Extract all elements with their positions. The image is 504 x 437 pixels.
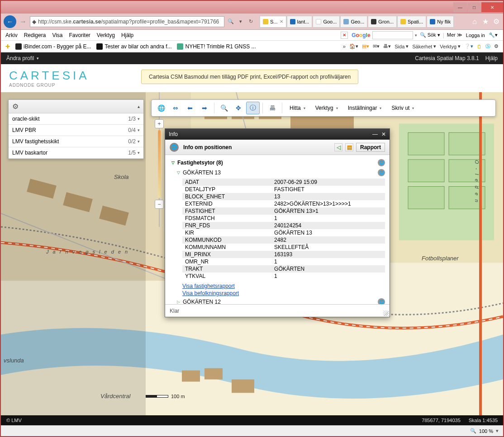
tab-geo[interactable]: Geo... <box>340 16 367 28</box>
window-close-button[interactable]: ✕ <box>481 2 503 12</box>
attribute-row: TRAKTGÖKÄRTEN <box>182 265 385 273</box>
link-fastighetsrapport[interactable]: Visa fastighetsrapport <box>182 282 385 290</box>
tab-spatialmap[interactable]: S...✕ <box>260 16 286 28</box>
layer-row-baskartor[interactable]: LMV baskartor1/5▾ <box>9 147 143 159</box>
status-text: Klar <box>170 308 179 314</box>
home-icon[interactable]: ⌂ <box>471 18 479 26</box>
tab-strip: S...✕ lant... Goo... Geo... Gron... Spat… <box>260 16 469 28</box>
refresh-icon[interactable]: ↻ <box>246 17 255 26</box>
layer-row-fastighet[interactable]: LMV fastighetsskikt0/2▾ <box>9 136 143 147</box>
sakerhet-dropdown[interactable]: Säkerhet ▾ <box>412 43 436 49</box>
mail-icon[interactable]: ✉▾ <box>373 43 380 49</box>
login-button[interactable]: Logga in <box>465 33 486 38</box>
feeds-icon[interactable]: ▤▾ <box>362 43 369 49</box>
print-icon[interactable]: 🖶▾ <box>383 43 391 49</box>
verktyg-dropdown[interactable]: Verktyg ▾ <box>440 43 461 49</box>
close-icon[interactable]: ✕ <box>381 131 386 137</box>
globe-button[interactable]: 🌐 <box>154 102 168 114</box>
address-bar[interactable]: ◆ http://csm.ske.cartesia.se/spatialmap?… <box>30 16 224 27</box>
skype-icon[interactable]: Ⓢ <box>485 43 490 50</box>
zoom-out-icon[interactable]: − <box>155 200 164 209</box>
map-area[interactable]: Skola Vårdcentral vslunda Fotbollsplaner… <box>1 92 503 415</box>
back-button[interactable]: ← <box>4 15 16 28</box>
favorites-icon[interactable]: ★ <box>481 18 490 26</box>
zoom-in-button[interactable]: 🔍 <box>217 102 231 114</box>
zoom-track[interactable] <box>158 130 161 198</box>
layer-row-pbr[interactable]: LMV PBR0/4▾ <box>9 125 143 136</box>
add-favorite-icon[interactable]: ✚ <box>5 43 10 50</box>
next-extent-button[interactable]: ➡ <box>198 102 211 114</box>
settings-icon[interactable]: ⚙ <box>492 18 500 26</box>
gear-icon[interactable]: ⚙ <box>12 102 19 111</box>
zoom-icon[interactable]: 🔍 <box>470 428 476 434</box>
installningar-dropdown[interactable]: Inställningar▾ <box>343 102 386 114</box>
globe-icon[interactable]: 🌐 <box>170 143 179 152</box>
info-panel-body[interactable]: ▽Fastighetsytor (8) 🌐 ▽GÖKÄRTEN 13 🌐 ADA… <box>165 155 390 304</box>
tree-group-fastighetsytor[interactable]: ▽Fastighetsytor (8) 🌐 <box>171 158 385 168</box>
info-panel-header[interactable]: Info — ✕ <box>165 129 390 140</box>
wrench-icon[interactable]: 🔧▾ <box>488 32 499 38</box>
menu-redigera[interactable]: Redigera <box>24 32 46 38</box>
tab-lant[interactable]: lant... <box>287 16 313 28</box>
forward-button[interactable]: → <box>18 17 28 27</box>
tab-google[interactable]: Goo... <box>313 16 340 28</box>
globe-icon[interactable]: 🌐 <box>378 169 385 176</box>
minimize-icon[interactable]: — <box>372 131 378 137</box>
toolbar-close-icon[interactable]: ✕ <box>341 32 348 39</box>
search-dropdown-icon[interactable]: ▾ <box>415 33 417 38</box>
home-icon[interactable]: 🏠▾ <box>349 43 358 49</box>
bookmark-ibinder[interactable]: iBinder.com - Bygger på E... <box>15 43 91 50</box>
tree-feature-gokarten12[interactable]: ▷GÖKÄRTEN 12 🌐 <box>171 297 385 304</box>
verktyg-dropdown[interactable]: Verktyg▾ <box>311 102 342 114</box>
link-befolkningsrapport[interactable]: Visa befolkningsrapport <box>182 290 385 297</box>
note-icon[interactable]: 🗒 <box>477 44 482 49</box>
print-button[interactable]: 🖶 <box>266 102 279 114</box>
menu-visa[interactable]: Visa <box>52 32 62 38</box>
rapport-doc-icon[interactable]: ▤ <box>345 143 353 151</box>
tab-newtab[interactable]: Ny flik <box>427 16 454 28</box>
globe-icon[interactable]: 🌐 <box>378 298 385 304</box>
info-tool-button[interactable]: ⓘ <box>246 102 260 114</box>
search-icon[interactable]: 🔍 <box>226 17 235 26</box>
window-maximize-button[interactable]: □ <box>467 2 481 12</box>
help-icon[interactable]: ❔▾ <box>464 43 473 49</box>
search-dropdown-icon[interactable]: ▾ <box>236 17 245 26</box>
mer-button[interactable]: Mer ≫ <box>446 32 463 38</box>
hitta-dropdown[interactable]: Hitta▾ <box>285 102 310 114</box>
bookmark-trimble[interactable]: NYHET! Trimble R1 GNSS ... <box>177 43 256 50</box>
tab-spati[interactable]: Spati... <box>397 16 426 28</box>
help-link[interactable]: Hjälp <box>485 55 498 61</box>
prev-extent-button[interactable]: ⬅ <box>183 102 197 114</box>
menu-favoriter[interactable]: Favoriter <box>69 32 90 38</box>
gear-icon[interactable]: ⚙ <box>494 43 499 49</box>
map-label-fotboll: Fotbollsplaner <box>422 255 459 262</box>
sida-dropdown[interactable]: Sida ▾ <box>395 43 409 49</box>
zoom-dropdown-icon[interactable]: ▾ <box>496 428 499 434</box>
zoom-slider[interactable]: + − <box>154 119 165 209</box>
resize-handle[interactable] <box>383 310 389 316</box>
bookmark-tester[interactable]: Tester av bilar och andra f... <box>96 43 171 50</box>
tab-close-icon[interactable]: ✕ <box>280 19 283 24</box>
globe-icon[interactable]: 🌐 <box>378 159 385 166</box>
skrivut-dropdown[interactable]: Skriv ut▾ <box>387 102 418 114</box>
zoom-in-icon[interactable]: + <box>155 119 164 128</box>
attribute-key: KOMMUNKOD <box>182 236 271 244</box>
svg-rect-6 <box>408 160 444 182</box>
pan-button[interactable]: ✥ <box>232 102 245 114</box>
rapport-button[interactable]: Rapport <box>356 143 385 152</box>
menu-arkiv[interactable]: Arkiv <box>5 32 18 38</box>
sok-button[interactable]: 🔍 Sök ▾ <box>419 32 441 38</box>
google-search-input[interactable] <box>372 31 413 39</box>
layer-row-oracle[interactable]: oracle-skikt1/3▾ <box>9 113 143 125</box>
bookmark-overflow-icon[interactable]: » <box>343 43 346 50</box>
rapport-prev-icon[interactable]: ◁ <box>334 143 342 151</box>
logo-main: CARTESIA <box>9 69 90 83</box>
change-profile-dropdown[interactable]: Ändra profil ▾ <box>6 55 39 61</box>
menu-hjalp[interactable]: Hjälp <box>121 32 133 38</box>
collapse-icon[interactable]: ▴ <box>138 104 140 109</box>
window-minimize-button[interactable]: — <box>453 2 467 12</box>
tab-gron[interactable]: Gron... <box>368 16 397 28</box>
zoom-extent-button[interactable]: ⇔ <box>169 102 182 114</box>
tree-feature-gokarten13[interactable]: ▽GÖKÄRTEN 13 🌐 <box>171 168 385 178</box>
menu-verktyg[interactable]: Verktyg <box>97 32 115 38</box>
